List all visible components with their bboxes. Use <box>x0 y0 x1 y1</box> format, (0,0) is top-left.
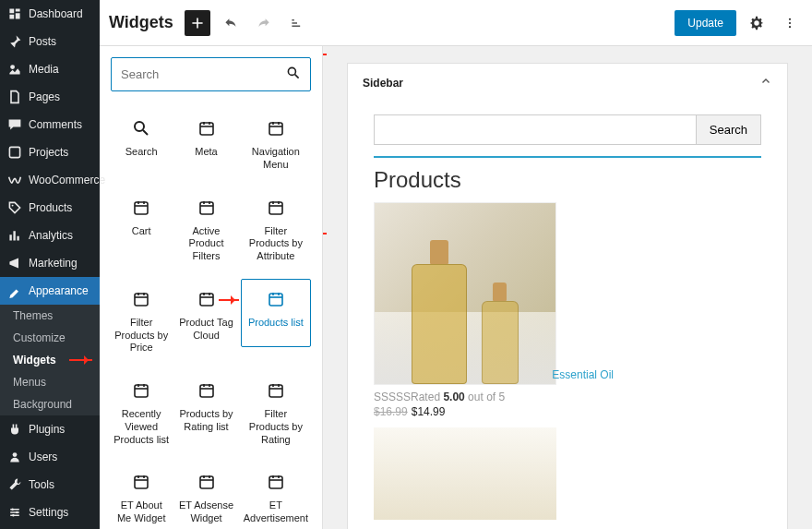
product-image[interactable] <box>374 202 556 385</box>
sidebar-sub-themes[interactable]: Themes <box>0 305 100 327</box>
block-label: Meta <box>195 146 217 159</box>
sidebar-label: Posts <box>29 35 56 48</box>
block-label: Filter Products by Price <box>113 317 169 355</box>
block-option[interactable]: Cart <box>111 187 172 275</box>
sidebar-item-appearance[interactable]: Appearance <box>0 277 100 305</box>
sidebar-label: Media <box>29 63 59 76</box>
block-option[interactable]: Product Tag Cloud <box>175 279 236 367</box>
block-label: Filter Products by Attribute <box>244 225 308 263</box>
block-label: Product Tag Cloud <box>178 317 233 343</box>
sidebar-label: Dashboard <box>29 7 83 20</box>
block-label: ET Adsense Widget <box>178 499 233 525</box>
preview-search-input[interactable] <box>374 114 697 145</box>
product-link[interactable]: Essential Oil <box>552 368 614 381</box>
block-option[interactable]: Filter Products by Attribute <box>241 187 311 275</box>
settings-icon <box>7 505 22 520</box>
sidebar-sub-menus[interactable]: Menus <box>0 371 100 393</box>
calendar-icon <box>131 380 151 401</box>
pin-icon <box>7 34 22 49</box>
inserter-search-input[interactable] <box>121 67 286 81</box>
sidebar-item-plugins[interactable]: Plugins <box>0 415 100 443</box>
block-option[interactable]: Filter Products by Price <box>111 279 172 367</box>
product-image[interactable] <box>374 427 556 520</box>
block-label: Search <box>125 146 158 159</box>
block-option[interactable]: Meta <box>175 108 236 184</box>
svg-point-13 <box>135 122 144 131</box>
products-heading: Products <box>374 167 761 193</box>
sidebar-item-users[interactable]: Users <box>0 443 100 471</box>
block-option[interactable]: ET Advertisement <box>241 462 311 529</box>
block-option[interactable]: Filter Products by Rating <box>241 370 311 458</box>
svg-rect-26 <box>200 476 213 488</box>
list-view-button[interactable] <box>284 10 310 36</box>
preview-search-button[interactable]: Search <box>697 114 761 145</box>
sidebar-sub-widgets[interactable]: Widgets <box>0 349 100 371</box>
users-icon <box>7 450 22 464</box>
sidebar-sub-background[interactable]: Background <box>0 393 100 415</box>
sidebar-item-media[interactable]: Media <box>0 55 100 83</box>
sidebar-item-dashboard[interactable]: Dashboard <box>0 0 100 28</box>
sidebar-item-settings[interactable]: Settings <box>0 499 100 526</box>
chevron-up-icon <box>759 75 772 90</box>
inserter-search[interactable] <box>111 57 311 91</box>
calendar-icon <box>197 198 217 218</box>
annotation-arrow-icon <box>323 233 327 234</box>
admin-sidebar: Dashboard Posts Media Pages Comments Pro… <box>0 0 100 529</box>
projects-icon <box>7 145 22 160</box>
calendar-icon <box>266 472 286 492</box>
svg-rect-27 <box>269 476 282 488</box>
svg-point-6 <box>12 514 14 516</box>
search-icon <box>286 66 301 83</box>
sidebar-sub-customize[interactable]: Customize <box>0 327 100 349</box>
sidebar-item-projects[interactable]: Projects <box>0 138 100 166</box>
tools-icon <box>7 477 22 492</box>
block-option[interactable]: Search <box>111 108 172 184</box>
sidebar-item-posts[interactable]: Posts <box>0 28 100 55</box>
svg-point-0 <box>10 65 15 69</box>
block-option[interactable]: Navigation Menu <box>241 108 311 184</box>
sidebar-label: Projects <box>29 146 68 159</box>
sidebar-item-marketing[interactable]: Marketing <box>0 249 100 277</box>
settings-button[interactable] <box>744 10 770 36</box>
plugins-icon <box>7 422 22 437</box>
sidebar-label: Tools <box>29 478 54 491</box>
block-option[interactable]: Products list <box>241 279 311 347</box>
media-icon <box>7 62 22 77</box>
sidebar-item-woocommerce[interactable]: WooCommerce <box>0 166 100 194</box>
dashboard-icon <box>7 6 22 21</box>
woo-icon <box>7 173 22 187</box>
undo-button[interactable] <box>218 10 244 36</box>
sidebar-item-tools[interactable]: Tools <box>0 471 100 499</box>
block-label: Recently Viewed Products list <box>113 408 169 446</box>
more-options-button[interactable] <box>777 10 803 36</box>
sidebar-item-comments[interactable]: Comments <box>0 111 100 138</box>
svg-rect-21 <box>269 294 282 306</box>
block-option[interactable]: ET Adsense Widget <box>175 462 236 529</box>
comments-icon <box>7 117 22 132</box>
svg-rect-1 <box>9 147 19 157</box>
redo-button[interactable] <box>251 10 277 36</box>
svg-rect-17 <box>200 202 213 214</box>
annotation-arrow-icon <box>323 54 327 55</box>
calendar-icon <box>197 380 217 401</box>
svg-point-4 <box>11 509 13 511</box>
block-option[interactable]: Recently Viewed Products list <box>111 370 172 458</box>
sidebar-item-pages[interactable]: Pages <box>0 83 100 111</box>
appearance-submenu: Themes Customize Widgets Menus Backgroun… <box>0 305 100 415</box>
sidebar-label: Settings <box>29 506 68 519</box>
sidebar-item-products[interactable]: Products <box>0 194 100 222</box>
sidebar-item-analytics[interactable]: Analytics <box>0 222 100 249</box>
add-block-button[interactable] <box>185 10 210 36</box>
widget-area-header[interactable]: Sidebar <box>348 64 787 102</box>
annotation-arrow-icon <box>219 299 239 301</box>
block-option[interactable]: ET About Me Widget <box>111 462 172 529</box>
block-option[interactable]: Active Product Filters <box>175 187 236 275</box>
svg-point-2 <box>12 205 14 207</box>
calendar-icon <box>131 289 151 309</box>
sidebar-label: Products <box>29 201 72 214</box>
calendar-icon <box>266 198 286 218</box>
update-button[interactable]: Update <box>675 10 736 36</box>
editor-canvas: Sidebar Search Products <box>323 46 812 529</box>
block-option[interactable]: Products by Rating list <box>175 370 236 458</box>
page-title: Widgets <box>109 13 173 32</box>
